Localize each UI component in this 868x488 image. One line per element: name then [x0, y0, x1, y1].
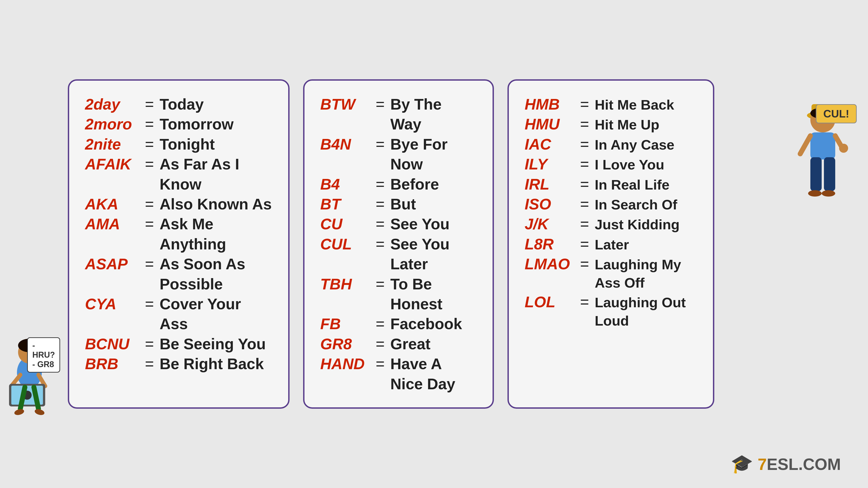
- abbr-equals: =: [139, 194, 160, 214]
- abbr-value: In Any Case: [595, 136, 675, 154]
- abbr-key: HMB: [525, 94, 575, 114]
- abbr-row: BCNU = Be Seeing You: [85, 334, 272, 354]
- abbr-value: As Far As I Know: [160, 154, 272, 194]
- abbr-value: Laughing Out Loud: [595, 293, 697, 330]
- abbr-row: ISO = In Search Of: [525, 194, 697, 214]
- character-right: CUL!: [791, 91, 855, 203]
- abbr-row: HMB = Hit Me Back: [525, 94, 697, 114]
- svg-line-17: [800, 136, 810, 154]
- abbr-key: HMU: [525, 114, 575, 134]
- svg-point-10: [14, 408, 25, 416]
- logo-number: 7: [758, 455, 767, 473]
- abbr-value: Hit Me Up: [595, 116, 659, 134]
- abbr-key: 2moro: [85, 114, 139, 134]
- abbr-equals: =: [575, 154, 595, 174]
- abbr-value: Today: [160, 94, 204, 114]
- abbr-key: CU: [320, 214, 370, 234]
- abbr-key: 2day: [85, 94, 139, 114]
- logo-text: ESL.COM: [767, 455, 841, 473]
- abbr-equals: =: [139, 134, 160, 154]
- abbr-value: Facebook: [391, 314, 462, 334]
- abbr-row: AKA = Also Known As: [85, 194, 272, 214]
- abbr-value: Great: [391, 334, 431, 354]
- logo: 🎓 7ESL.COM: [731, 453, 841, 475]
- abbr-row: BTW = By The Way: [320, 94, 477, 134]
- svg-point-23: [822, 190, 835, 197]
- abbr-value: Ask Me Anything: [160, 214, 272, 254]
- abbr-key: IAC: [525, 134, 575, 154]
- abbr-row: ASAP = As Soon As Possible: [85, 254, 272, 294]
- abbr-value: Just Kidding: [595, 216, 680, 234]
- abbr-equals: =: [370, 94, 391, 114]
- abbr-equals: =: [139, 214, 160, 234]
- abbr-equals: =: [370, 334, 391, 354]
- abbr-value: As Soon As Possible: [160, 254, 272, 294]
- abbr-key: GR8: [320, 334, 370, 354]
- abbr-row: AFAIK = As Far As I Know: [85, 154, 272, 194]
- abbr-row: B4 = Before: [320, 174, 477, 194]
- abbr-equals: =: [370, 274, 391, 294]
- abbr-equals: =: [575, 292, 595, 312]
- abbr-equals: =: [370, 174, 391, 194]
- abbr-equals: =: [139, 294, 160, 314]
- abbr-equals: =: [139, 354, 160, 374]
- abbr-equals: =: [575, 174, 595, 194]
- abbr-value: Also Known As: [160, 194, 272, 214]
- svg-point-19: [839, 144, 848, 153]
- abbr-value: Cover Your Ass: [160, 294, 272, 334]
- abbr-key: LOL: [525, 292, 575, 312]
- abbr-row: 2moro = Tomorrow: [85, 114, 272, 134]
- abbr-row: 2day = Today: [85, 94, 272, 114]
- abbr-value: See You Later: [391, 234, 477, 274]
- abbr-key: B4: [320, 174, 370, 194]
- abbr-key: L8R: [525, 234, 575, 254]
- abbr-equals: =: [370, 134, 391, 154]
- abbr-value: In Search Of: [595, 196, 677, 214]
- abbr-row: FB = Facebook: [320, 314, 477, 334]
- abbr-row: CUL = See You Later: [320, 234, 477, 274]
- abbr-row: IRL = In Real Life: [525, 174, 697, 194]
- abbr-value: Be Right Back: [160, 354, 264, 374]
- abbr-value: Bye For Now: [391, 134, 477, 174]
- abbr-value: Tomorrow: [160, 114, 234, 134]
- abbr-equals: =: [139, 154, 160, 174]
- abbr-key: ILY: [525, 154, 575, 174]
- abbr-row: LMAO = Laughing My Ass Off: [525, 254, 697, 292]
- card-column-1: 2day = Today2moro = Tomorrow2nite = Toni…: [68, 79, 289, 409]
- abbr-equals: =: [575, 114, 595, 134]
- abbr-equals: =: [575, 234, 595, 254]
- abbr-value: Be Seeing You: [160, 334, 266, 354]
- abbr-equals: =: [370, 354, 391, 374]
- svg-rect-21: [824, 157, 835, 191]
- abbr-key: CYA: [85, 294, 139, 314]
- abbr-value: Later: [595, 236, 629, 254]
- abbr-row: AMA = Ask Me Anything: [85, 214, 272, 254]
- abbr-value: Before: [391, 174, 439, 194]
- abbr-value: See You: [391, 214, 450, 234]
- abbr-equals: =: [575, 254, 595, 274]
- abbr-value: I Love You: [595, 156, 664, 174]
- abbr-row: LOL = Laughing Out Loud: [525, 292, 697, 330]
- abbr-value: In Real Life: [595, 176, 670, 194]
- abbr-row: BRB = Be Right Back: [85, 354, 272, 374]
- abbr-equals: =: [575, 134, 595, 154]
- main-content: - HRU? - GR8 2day = Today2moro = Tomorro…: [0, 61, 868, 427]
- abbr-equals: =: [370, 314, 391, 334]
- abbr-value: Tonight: [160, 134, 215, 154]
- abbr-value: By The Way: [391, 94, 477, 134]
- abbr-key: 2nite: [85, 134, 139, 154]
- abbr-equals: =: [575, 214, 595, 234]
- abbr-key: J/K: [525, 214, 575, 234]
- abbr-row: B4N = Bye For Now: [320, 134, 477, 174]
- abbr-equals: =: [370, 214, 391, 234]
- abbr-equals: =: [139, 254, 160, 274]
- abbr-key: CUL: [320, 234, 370, 254]
- abbr-row: J/K = Just Kidding: [525, 214, 697, 234]
- abbr-row: BT = But: [320, 194, 477, 214]
- abbr-key: LMAO: [525, 254, 575, 274]
- abbr-key: ASAP: [85, 254, 139, 274]
- character-left: - HRU? - GR8: [0, 334, 59, 420]
- abbr-key: FB: [320, 314, 370, 334]
- abbr-row: GR8 = Great: [320, 334, 477, 354]
- abbr-row: CYA = Cover Your Ass: [85, 294, 272, 334]
